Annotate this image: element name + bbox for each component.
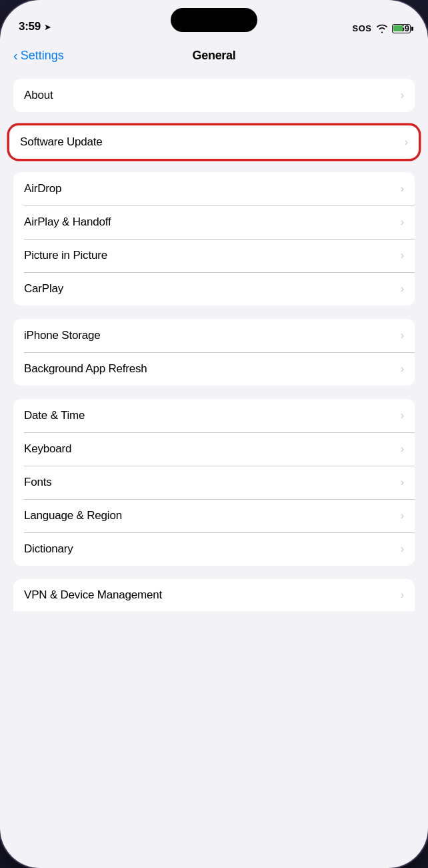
location-arrow-icon: ➤ (44, 22, 51, 32)
dictionary-label: Dictionary (24, 542, 73, 556)
fonts-label: Fonts (24, 476, 52, 489)
back-button[interactable]: ‹ Settings (13, 48, 64, 63)
software-update-chevron-icon: › (405, 136, 408, 148)
settings-row-airdrop[interactable]: AirDrop › (13, 172, 415, 205)
settings-row-dictionary[interactable]: Dictionary › (13, 532, 415, 566)
language-region-label: Language & Region (24, 509, 122, 522)
settings-group-4: iPhone Storage › Background App Refresh … (13, 319, 415, 386)
status-icons: SOS 59 (353, 23, 409, 33)
language-region-chevron-icon: › (401, 510, 404, 522)
date-time-label: Date & Time (24, 409, 85, 422)
settings-group-5: Date & Time › Keyboard › Fonts › Languag… (13, 399, 415, 566)
iphone-storage-label: iPhone Storage (24, 329, 100, 342)
settings-content: About › Software Update › AirDrop › AirP… (0, 79, 428, 624)
settings-row-iphone-storage[interactable]: iPhone Storage › (13, 319, 415, 352)
vpn-device-management-label: VPN & Device Management (24, 588, 162, 602)
airplay-handoff-chevron-icon: › (401, 216, 404, 228)
battery-fill (393, 25, 403, 31)
settings-row-vpn-device-management[interactable]: VPN & Device Management › (13, 579, 415, 611)
wifi-icon (376, 24, 388, 33)
airdrop-label: AirDrop (24, 182, 61, 195)
keyboard-label: Keyboard (24, 442, 71, 456)
settings-row-date-time[interactable]: Date & Time › (13, 399, 415, 432)
settings-row-background-app-refresh[interactable]: Background App Refresh › (13, 352, 415, 386)
sos-label: SOS (353, 23, 372, 33)
about-label: About (24, 89, 53, 102)
airdrop-chevron-icon: › (401, 183, 404, 195)
phone-screen: 3:59 ➤ SOS 59 ‹ Se (0, 0, 428, 868)
about-chevron-icon: › (401, 89, 404, 101)
settings-row-carplay[interactable]: CarPlay › (13, 272, 415, 306)
airplay-handoff-label: AirPlay & Handoff (24, 215, 111, 229)
background-app-refresh-label: Background App Refresh (24, 362, 147, 376)
vpn-device-management-chevron-icon: › (401, 589, 404, 601)
date-time-chevron-icon: › (401, 410, 404, 422)
settings-row-airplay-handoff[interactable]: AirPlay & Handoff › (13, 205, 415, 239)
dynamic-island (171, 8, 257, 32)
settings-group-3: AirDrop › AirPlay & Handoff › Picture in… (13, 172, 415, 306)
settings-row-language-region[interactable]: Language & Region › (13, 499, 415, 532)
nav-bar: ‹ Settings General (0, 39, 428, 72)
back-label: Settings (21, 49, 64, 63)
carplay-chevron-icon: › (401, 283, 404, 295)
iphone-storage-chevron-icon: › (401, 330, 404, 342)
keyboard-chevron-icon: › (401, 443, 404, 455)
settings-group-1: About › (13, 79, 415, 112)
settings-row-picture-in-picture[interactable]: Picture in Picture › (13, 239, 415, 272)
software-update-label: Software Update (20, 135, 103, 149)
settings-row-keyboard[interactable]: Keyboard › (13, 432, 415, 466)
dictionary-chevron-icon: › (401, 543, 404, 555)
settings-row-about[interactable]: About › (13, 79, 415, 112)
software-update-container: Software Update › (9, 125, 419, 159)
settings-row-software-update[interactable]: Software Update › (9, 125, 419, 159)
settings-row-fonts[interactable]: Fonts › (13, 466, 415, 499)
battery-icon (392, 24, 411, 33)
picture-in-picture-label: Picture in Picture (24, 249, 107, 262)
background-app-refresh-chevron-icon: › (401, 363, 404, 375)
back-chevron-icon: ‹ (13, 48, 18, 63)
fonts-chevron-icon: › (401, 476, 404, 488)
carplay-label: CarPlay (24, 282, 63, 296)
status-time: 3:59 (19, 20, 41, 33)
picture-in-picture-chevron-icon: › (401, 250, 404, 262)
page-title: General (193, 49, 236, 63)
phone-frame: 3:59 ➤ SOS 59 ‹ Se (0, 0, 428, 868)
